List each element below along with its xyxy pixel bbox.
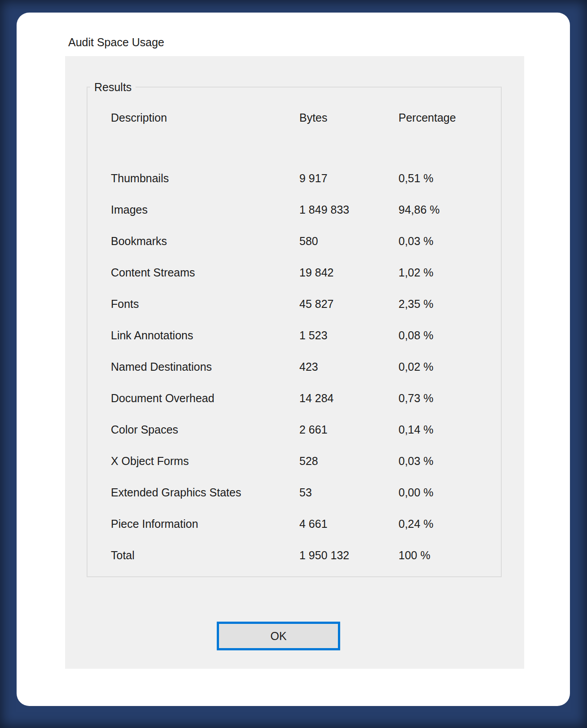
cell-description: Link Annotations [111, 328, 193, 342]
cell-percentage: 1,02 % [399, 265, 434, 280]
table-row: Bookmarks5800,03 % [88, 234, 501, 248]
cell-percentage: 2,35 % [399, 297, 434, 311]
table-header-row: Description Bytes Percentage [88, 110, 501, 125]
cell-description: Content Streams [111, 265, 195, 280]
table-row: Thumbnails9 9170,51 % [88, 171, 501, 185]
results-group-label: Results [90, 80, 136, 94]
cell-percentage: 0,02 % [399, 360, 434, 374]
cell-percentage: 100 % [399, 548, 430, 562]
table-row: Extended Graphics States530,00 % [88, 485, 501, 500]
cell-percentage: 0,51 % [399, 171, 434, 185]
cell-bytes: 14 284 [299, 391, 333, 405]
cell-bytes: 45 827 [299, 297, 333, 311]
cell-bytes: 4 661 [299, 517, 328, 531]
results-groupbox: Results Description Bytes Percentage Thu… [87, 87, 502, 577]
table-row: Document Overhead14 2840,73 % [88, 391, 501, 405]
cell-description: Bookmarks [111, 234, 167, 248]
cell-bytes: 1 523 [299, 328, 328, 342]
cell-percentage: 0,00 % [399, 485, 434, 500]
column-header-percentage: Percentage [399, 110, 456, 125]
table-row: Fonts45 8272,35 % [88, 297, 501, 311]
cell-bytes: 1 849 833 [299, 202, 349, 217]
table-row: X Object Forms5280,03 % [88, 454, 501, 468]
table-row: Color Spaces2 6610,14 % [88, 422, 501, 437]
table-row: Images1 849 83394,86 % [88, 202, 501, 217]
cell-description: Document Overhead [111, 391, 215, 405]
cell-description: X Object Forms [111, 454, 189, 468]
cell-bytes: 2 661 [299, 422, 328, 437]
audit-space-usage-dialog: Audit Space Usage Results Description By… [17, 13, 570, 706]
cell-percentage: 0,03 % [399, 234, 434, 248]
cell-bytes: 1 950 132 [299, 548, 349, 562]
table-row: Link Annotations1 5230,08 % [88, 328, 501, 342]
cell-description: Fonts [111, 297, 139, 311]
cell-description: Extended Graphics States [111, 485, 241, 500]
ok-button[interactable]: OK [217, 622, 340, 650]
table-row: Content Streams19 8421,02 % [88, 265, 501, 280]
cell-description: Images [111, 202, 148, 217]
dialog-body-panel: Results Description Bytes Percentage Thu… [65, 56, 524, 669]
cell-bytes: 19 842 [299, 265, 333, 280]
cell-percentage: 0,08 % [399, 328, 434, 342]
cell-bytes: 528 [299, 454, 318, 468]
table-row: Named Destinations4230,02 % [88, 360, 501, 374]
column-header-bytes: Bytes [299, 110, 328, 125]
cell-description: Total [111, 548, 135, 562]
cell-description: Named Destinations [111, 360, 212, 374]
cell-percentage: 0,73 % [399, 391, 434, 405]
column-header-description: Description [111, 110, 167, 125]
cell-percentage: 0,03 % [399, 454, 434, 468]
cell-description: Thumbnails [111, 171, 169, 185]
cell-percentage: 94,86 % [399, 202, 440, 217]
cell-percentage: 0,24 % [399, 517, 434, 531]
table-row: Piece Information4 6610,24 % [88, 517, 501, 531]
table-row: Total1 950 132100 % [88, 548, 501, 562]
cell-bytes: 9 917 [299, 171, 328, 185]
cell-bytes: 580 [299, 234, 318, 248]
cell-description: Piece Information [111, 517, 198, 531]
cell-bytes: 423 [299, 360, 318, 374]
cell-bytes: 53 [299, 485, 312, 500]
dialog-title: Audit Space Usage [68, 35, 164, 49]
cell-description: Color Spaces [111, 422, 178, 437]
cell-percentage: 0,14 % [399, 422, 434, 437]
